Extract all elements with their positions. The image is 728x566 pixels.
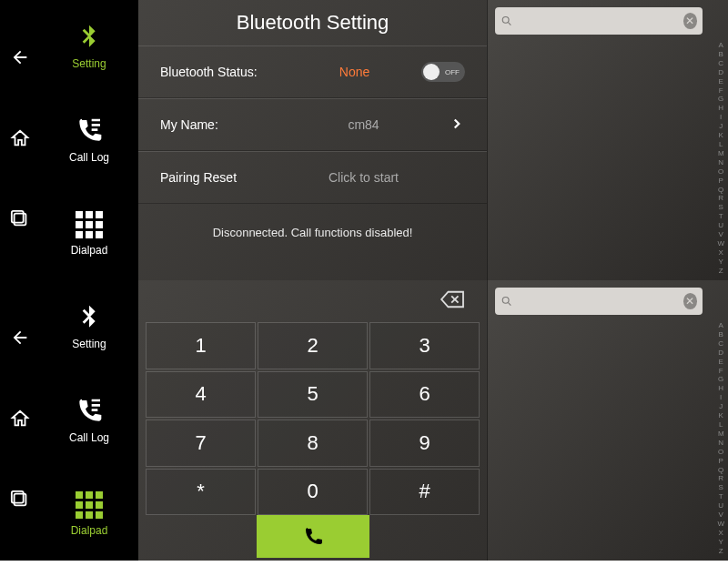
alpha-letter[interactable]: N xyxy=(717,159,724,167)
recent-icon[interactable] xyxy=(10,209,30,233)
call-button[interactable] xyxy=(257,515,369,558)
alpha-letter[interactable]: F xyxy=(717,368,724,375)
search-bar[interactable]: ✕ xyxy=(495,288,703,315)
recent-icon[interactable] xyxy=(10,490,30,513)
alpha-letter[interactable]: U xyxy=(717,222,724,229)
alpha-letter[interactable]: C xyxy=(717,340,724,348)
alpha-letter[interactable]: G xyxy=(717,376,724,383)
key-1[interactable]: 1 xyxy=(146,322,256,369)
nav-dialpad-label: Dialpad xyxy=(71,244,108,257)
key-3[interactable]: 3 xyxy=(369,322,480,369)
alpha-letter[interactable]: X xyxy=(717,249,724,257)
home-icon[interactable] xyxy=(10,128,30,152)
alpha-letter[interactable]: Y xyxy=(717,539,724,546)
alpha-letter[interactable]: U xyxy=(717,502,724,510)
key-hash[interactable]: # xyxy=(369,469,480,516)
alpha-letter[interactable]: V xyxy=(717,231,724,238)
pairing-value: Click to start xyxy=(288,170,440,185)
search-clear-icon[interactable]: ✕ xyxy=(683,13,697,29)
key-9[interactable]: 9 xyxy=(369,419,480,467)
key-6[interactable]: 6 xyxy=(369,371,480,419)
row-pairing-reset[interactable]: Pairing Reset Click to start xyxy=(138,151,487,204)
alpha-letter[interactable]: Q xyxy=(717,187,724,194)
keypad: 1 2 3 4 5 6 7 8 9 * 0 # xyxy=(138,322,487,515)
back-icon[interactable] xyxy=(10,47,30,71)
alpha-letter[interactable]: D xyxy=(717,349,724,357)
alpha-letter[interactable]: W xyxy=(717,240,724,248)
key-5[interactable]: 5 xyxy=(258,371,368,419)
nav-dialpad[interactable]: Dialpad xyxy=(40,187,138,280)
alpha-letter[interactable]: A xyxy=(717,42,724,49)
alpha-letter[interactable]: K xyxy=(717,412,724,419)
nav-call-log[interactable]: Call Log xyxy=(40,94,138,187)
alpha-letter[interactable]: S xyxy=(717,204,724,211)
alpha-letter[interactable]: A xyxy=(717,322,724,329)
pairing-label: Pairing Reset xyxy=(160,170,288,185)
alpha-index[interactable]: ABCDEFGHIJKLMNOPQRSTUVWXYZ xyxy=(717,42,724,275)
alpha-index[interactable]: ABCDEFGHIJKLMNOPQRSTUVWXYZ xyxy=(717,322,724,555)
alpha-letter[interactable]: J xyxy=(717,403,724,410)
search-icon xyxy=(500,294,513,308)
page-title: Bluetooth Setting xyxy=(138,0,487,45)
dial-display xyxy=(138,280,487,322)
alpha-letter[interactable]: Z xyxy=(717,548,724,555)
alpha-letter[interactable]: J xyxy=(717,123,724,130)
key-7[interactable]: 7 xyxy=(146,419,256,467)
key-0[interactable]: 0 xyxy=(258,469,368,516)
row-my-name[interactable]: My Name: cm84 xyxy=(138,98,487,151)
alpha-letter[interactable]: M xyxy=(717,430,724,438)
backspace-icon[interactable] xyxy=(440,289,467,313)
key-8[interactable]: 8 xyxy=(258,419,368,467)
alpha-letter[interactable]: V xyxy=(717,511,724,519)
alpha-letter[interactable]: E xyxy=(717,359,724,366)
alpha-letter[interactable]: B xyxy=(717,51,724,58)
alpha-letter[interactable]: C xyxy=(717,60,724,67)
search-input[interactable] xyxy=(513,294,683,308)
alpha-letter[interactable]: P xyxy=(717,177,724,185)
alpha-letter[interactable]: R xyxy=(717,475,724,482)
alpha-letter[interactable]: G xyxy=(717,96,724,103)
alpha-letter[interactable]: K xyxy=(717,132,724,139)
alpha-letter[interactable]: L xyxy=(717,141,724,148)
home-icon[interactable] xyxy=(10,409,30,432)
key-2[interactable]: 2 xyxy=(258,322,368,369)
alpha-letter[interactable]: T xyxy=(717,213,724,220)
alpha-letter[interactable]: E xyxy=(717,78,724,86)
alpha-letter[interactable]: N xyxy=(717,440,724,447)
alpha-letter[interactable]: H xyxy=(717,385,724,392)
nav-setting[interactable]: Setting xyxy=(40,280,138,374)
bt-toggle[interactable]: OFF xyxy=(421,62,465,82)
alpha-letter[interactable]: X xyxy=(717,530,724,537)
key-4[interactable]: 4 xyxy=(146,371,256,419)
nav-call-log[interactable]: Call Log xyxy=(40,374,138,468)
alpha-letter[interactable]: M xyxy=(717,150,724,157)
nav-setting[interactable]: Setting xyxy=(40,0,138,94)
search-input[interactable] xyxy=(513,14,683,28)
alpha-letter[interactable]: P xyxy=(717,458,724,465)
alpha-letter[interactable]: O xyxy=(717,449,724,456)
alpha-letter[interactable]: S xyxy=(717,484,724,491)
alpha-letter[interactable]: D xyxy=(717,69,724,76)
alpha-letter[interactable]: B xyxy=(717,331,724,339)
alpha-letter[interactable]: Y xyxy=(717,258,724,266)
back-icon[interactable] xyxy=(10,328,30,351)
alpha-letter[interactable]: H xyxy=(717,105,724,112)
alpha-letter[interactable]: F xyxy=(717,87,724,95)
alpha-letter[interactable]: I xyxy=(717,114,724,121)
nav-dialpad[interactable]: Dialpad xyxy=(40,467,138,561)
svg-point-5 xyxy=(502,297,509,303)
search-bar[interactable]: ✕ xyxy=(495,7,703,35)
key-star[interactable]: * xyxy=(146,469,256,516)
alpha-letter[interactable]: L xyxy=(717,421,724,429)
alpha-letter[interactable]: O xyxy=(717,168,724,176)
alpha-letter[interactable]: Q xyxy=(717,467,724,474)
alpha-letter[interactable]: R xyxy=(717,195,724,202)
alpha-letter[interactable]: W xyxy=(717,521,724,528)
bt-status-label: Bluetooth Status: xyxy=(160,65,288,79)
bt-status-value: None xyxy=(288,65,421,79)
search-clear-icon[interactable]: ✕ xyxy=(683,293,697,309)
alpha-letter[interactable]: T xyxy=(717,493,724,500)
alpha-letter[interactable]: I xyxy=(717,394,724,401)
nav-call-log-label: Call Log xyxy=(69,151,109,164)
alpha-letter[interactable]: Z xyxy=(717,268,724,275)
